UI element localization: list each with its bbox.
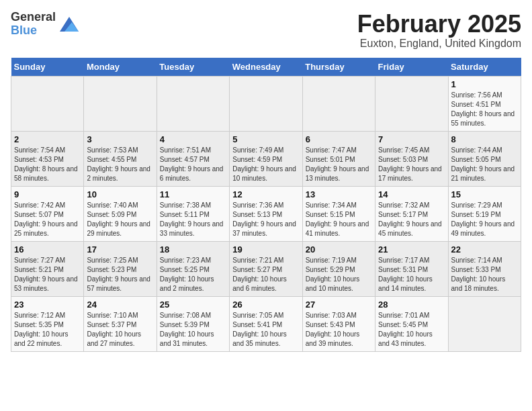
- day-number: 13: [306, 189, 372, 199]
- day-info: Sunrise: 7:27 AM Sunset: 5:21 PM Dayligh…: [14, 256, 81, 293]
- weekday-header-friday: Friday: [375, 58, 448, 77]
- day-number: 1: [451, 79, 518, 89]
- day-cell: 21Sunrise: 7:17 AM Sunset: 5:31 PM Dayli…: [375, 241, 448, 296]
- day-cell: 16Sunrise: 7:27 AM Sunset: 5:21 PM Dayli…: [11, 241, 84, 296]
- day-info: Sunrise: 7:14 AM Sunset: 5:33 PM Dayligh…: [451, 256, 518, 293]
- day-cell: 18Sunrise: 7:23 AM Sunset: 5:25 PM Dayli…: [157, 241, 229, 296]
- day-cell: 8Sunrise: 7:44 AM Sunset: 5:05 PM Daylig…: [448, 131, 521, 186]
- day-number: 25: [160, 300, 226, 310]
- day-number: 20: [306, 244, 372, 255]
- day-cell: 11Sunrise: 7:38 AM Sunset: 5:11 PM Dayli…: [157, 186, 229, 241]
- title-section: February 2025 Euxton, England, United Ki…: [357, 11, 521, 50]
- logo: General Blue: [11, 11, 79, 38]
- day-info: Sunrise: 7:12 AM Sunset: 5:35 PM Dayligh…: [14, 311, 81, 349]
- day-cell: 26Sunrise: 7:05 AM Sunset: 5:41 PM Dayli…: [230, 296, 302, 351]
- day-cell: [230, 76, 302, 131]
- day-cell: [375, 76, 448, 131]
- header: General Blue February 2025 Euxton, Engla…: [11, 11, 521, 50]
- day-info: Sunrise: 7:40 AM Sunset: 5:09 PM Dayligh…: [87, 201, 153, 238]
- day-info: Sunrise: 7:42 AM Sunset: 5:07 PM Dayligh…: [14, 201, 81, 238]
- day-number: 4: [160, 134, 226, 144]
- day-number: 10: [87, 189, 153, 199]
- day-cell: 23Sunrise: 7:12 AM Sunset: 5:35 PM Dayli…: [11, 296, 84, 351]
- day-cell: 15Sunrise: 7:29 AM Sunset: 5:19 PM Dayli…: [448, 186, 521, 241]
- day-number: 27: [306, 300, 372, 310]
- day-info: Sunrise: 7:01 AM Sunset: 5:45 PM Dayligh…: [378, 311, 445, 349]
- week-row-4: 16Sunrise: 7:27 AM Sunset: 5:21 PM Dayli…: [11, 241, 521, 296]
- week-row-2: 2Sunrise: 7:54 AM Sunset: 4:53 PM Daylig…: [11, 131, 521, 186]
- day-cell: 19Sunrise: 7:21 AM Sunset: 5:27 PM Dayli…: [230, 241, 302, 296]
- week-row-5: 23Sunrise: 7:12 AM Sunset: 5:35 PM Dayli…: [11, 296, 521, 351]
- day-cell: 2Sunrise: 7:54 AM Sunset: 4:53 PM Daylig…: [11, 131, 84, 186]
- day-number: 7: [378, 134, 445, 144]
- day-cell: [302, 76, 375, 131]
- logo-general-text: General: [11, 11, 56, 24]
- day-number: 14: [378, 189, 445, 199]
- day-cell: 12Sunrise: 7:36 AM Sunset: 5:13 PM Dayli…: [230, 186, 302, 241]
- day-cell: 1Sunrise: 7:56 AM Sunset: 4:51 PM Daylig…: [448, 76, 521, 131]
- day-info: Sunrise: 7:17 AM Sunset: 5:31 PM Dayligh…: [378, 256, 445, 293]
- day-info: Sunrise: 7:29 AM Sunset: 5:19 PM Dayligh…: [451, 201, 518, 238]
- day-info: Sunrise: 7:38 AM Sunset: 5:11 PM Dayligh…: [160, 201, 226, 238]
- weekday-header-wednesday: Wednesday: [230, 58, 302, 77]
- day-cell: 22Sunrise: 7:14 AM Sunset: 5:33 PM Dayli…: [448, 241, 521, 296]
- logo-icon: [60, 17, 79, 32]
- day-info: Sunrise: 7:44 AM Sunset: 5:05 PM Dayligh…: [451, 146, 518, 183]
- day-info: Sunrise: 7:51 AM Sunset: 4:57 PM Dayligh…: [160, 146, 226, 183]
- day-info: Sunrise: 7:05 AM Sunset: 5:41 PM Dayligh…: [232, 311, 299, 349]
- day-cell: 7Sunrise: 7:45 AM Sunset: 5:03 PM Daylig…: [375, 131, 448, 186]
- day-info: Sunrise: 7:56 AM Sunset: 4:51 PM Dayligh…: [451, 91, 518, 128]
- day-cell: [448, 296, 521, 351]
- day-cell: 13Sunrise: 7:34 AM Sunset: 5:15 PM Dayli…: [302, 186, 375, 241]
- day-cell: 28Sunrise: 7:01 AM Sunset: 5:45 PM Dayli…: [375, 296, 448, 351]
- calendar-table: SundayMondayTuesdayWednesdayThursdayFrid…: [11, 58, 521, 352]
- day-number: 28: [378, 300, 445, 310]
- day-number: 12: [232, 189, 299, 199]
- day-cell: 17Sunrise: 7:25 AM Sunset: 5:23 PM Dayli…: [84, 241, 157, 296]
- day-cell: 14Sunrise: 7:32 AM Sunset: 5:17 PM Dayli…: [375, 186, 448, 241]
- day-info: Sunrise: 7:34 AM Sunset: 5:15 PM Dayligh…: [306, 201, 372, 238]
- week-row-1: 1Sunrise: 7:56 AM Sunset: 4:51 PM Daylig…: [11, 76, 521, 131]
- day-cell: 27Sunrise: 7:03 AM Sunset: 5:43 PM Dayli…: [302, 296, 375, 351]
- day-number: 3: [87, 134, 153, 144]
- day-cell: 5Sunrise: 7:49 AM Sunset: 4:59 PM Daylig…: [230, 131, 302, 186]
- day-cell: 9Sunrise: 7:42 AM Sunset: 5:07 PM Daylig…: [11, 186, 84, 241]
- day-number: 17: [87, 244, 153, 255]
- weekday-header-monday: Monday: [84, 58, 157, 77]
- day-number: 21: [378, 244, 445, 255]
- day-number: 8: [451, 134, 518, 144]
- day-cell: 4Sunrise: 7:51 AM Sunset: 4:57 PM Daylig…: [157, 131, 229, 186]
- day-number: 16: [14, 244, 81, 255]
- weekday-header-tuesday: Tuesday: [157, 58, 229, 77]
- day-info: Sunrise: 7:25 AM Sunset: 5:23 PM Dayligh…: [87, 256, 153, 293]
- weekday-header-row: SundayMondayTuesdayWednesdayThursdayFrid…: [11, 58, 521, 77]
- calendar-title: February 2025: [357, 11, 521, 38]
- day-info: Sunrise: 7:45 AM Sunset: 5:03 PM Dayligh…: [378, 146, 445, 183]
- day-cell: 3Sunrise: 7:53 AM Sunset: 4:55 PM Daylig…: [84, 131, 157, 186]
- day-number: 5: [232, 134, 299, 144]
- day-cell: 10Sunrise: 7:40 AM Sunset: 5:09 PM Dayli…: [84, 186, 157, 241]
- day-cell: 20Sunrise: 7:19 AM Sunset: 5:29 PM Dayli…: [302, 241, 375, 296]
- day-cell: [11, 76, 84, 131]
- weekday-header-thursday: Thursday: [302, 58, 375, 77]
- weekday-header-sunday: Sunday: [11, 58, 84, 77]
- day-info: Sunrise: 7:08 AM Sunset: 5:39 PM Dayligh…: [160, 311, 226, 349]
- day-number: 18: [160, 244, 226, 255]
- day-info: Sunrise: 7:49 AM Sunset: 4:59 PM Dayligh…: [232, 146, 299, 183]
- week-row-3: 9Sunrise: 7:42 AM Sunset: 5:07 PM Daylig…: [11, 186, 521, 241]
- day-cell: [84, 76, 157, 131]
- day-info: Sunrise: 7:36 AM Sunset: 5:13 PM Dayligh…: [232, 201, 299, 238]
- day-cell: 25Sunrise: 7:08 AM Sunset: 5:39 PM Dayli…: [157, 296, 229, 351]
- day-number: 9: [14, 189, 81, 199]
- day-info: Sunrise: 7:21 AM Sunset: 5:27 PM Dayligh…: [232, 256, 299, 293]
- day-cell: 24Sunrise: 7:10 AM Sunset: 5:37 PM Dayli…: [84, 296, 157, 351]
- day-info: Sunrise: 7:23 AM Sunset: 5:25 PM Dayligh…: [160, 256, 226, 293]
- weekday-header-saturday: Saturday: [448, 58, 521, 77]
- day-number: 15: [451, 189, 518, 199]
- day-number: 22: [451, 244, 518, 255]
- day-number: 24: [87, 300, 153, 310]
- day-number: 19: [232, 244, 299, 255]
- day-number: 11: [160, 189, 226, 199]
- day-info: Sunrise: 7:10 AM Sunset: 5:37 PM Dayligh…: [87, 311, 153, 349]
- day-number: 23: [14, 300, 81, 310]
